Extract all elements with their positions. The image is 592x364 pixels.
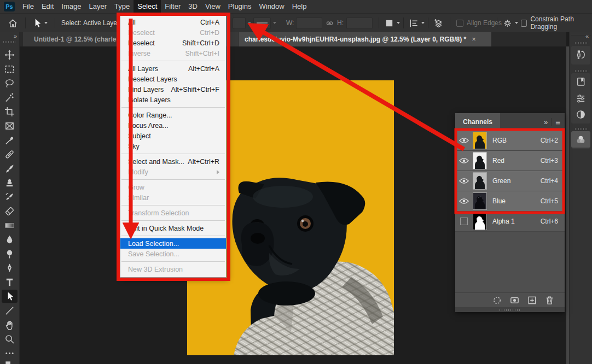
channel-row-red[interactable]: Red Ctrl+3	[455, 151, 565, 171]
menu-filter[interactable]: Filter	[161, 0, 184, 13]
menu-item-sky[interactable]: Sky	[120, 141, 226, 151]
menu-item-edit-in-quick-mask-mode[interactable]: Edit in Quick Mask Mode	[120, 223, 226, 233]
gear-icon[interactable]	[502, 14, 518, 32]
foreground-background-colors[interactable]	[2, 359, 18, 364]
toolbar-expand-icon[interactable]: »	[14, 33, 16, 39]
menu-window[interactable]: Window	[255, 0, 288, 13]
menu-item-isolate-layers[interactable]: Isolate Layers	[120, 95, 226, 105]
menu-item-all-layers[interactable]: All LayersAlt+Ctrl+A	[120, 63, 226, 74]
tool-hand[interactable]	[2, 318, 18, 331]
dock-grip-3[interactable]	[575, 128, 587, 130]
channel-thumbnail-rgb[interactable]	[473, 132, 487, 149]
menu-select[interactable]: Select	[134, 0, 161, 13]
channels-panel-icon[interactable]	[571, 131, 590, 148]
load-channel-selection-icon[interactable]	[492, 295, 502, 306]
menu-item-focus-area[interactable]: Focus Area...	[120, 120, 226, 131]
menu-item-all[interactable]: AllCtrl+A	[120, 17, 226, 27]
tool-spot-healing[interactable]	[2, 148, 18, 161]
menu-view[interactable]: View	[201, 0, 224, 13]
menu-layer[interactable]: Layer	[85, 0, 111, 13]
channel-thumbnail-red[interactable]	[473, 152, 487, 169]
save-selection-as-channel-icon[interactable]	[509, 295, 520, 306]
menu-item-find-layers[interactable]: Find LayersAlt+Shift+Ctrl+F	[120, 84, 226, 95]
tool-move[interactable]	[2, 48, 18, 61]
properties-panel-icon[interactable]	[571, 90, 590, 106]
channel-row-blue[interactable]: Blue Ctrl+5	[455, 191, 565, 212]
tool-frame[interactable]	[2, 119, 18, 132]
path-arrangement-icon[interactable]	[433, 14, 444, 32]
constrain-path-dragging-checkbox[interactable]: Constrain Path Dragging	[521, 14, 592, 32]
dock-collapse-icon[interactable]: «	[585, 33, 588, 39]
menu-type[interactable]: Type	[111, 0, 134, 13]
visibility-eye-icon[interactable]	[455, 198, 473, 204]
menu-item-deselect-layers[interactable]: Deselect Layers	[120, 74, 226, 84]
menu-image[interactable]: Image	[57, 0, 85, 13]
menu-item-subject[interactable]: Subject	[120, 131, 226, 141]
delete-channel-icon[interactable]	[544, 295, 555, 306]
home-icon[interactable]	[8, 14, 18, 32]
menu-item-reselect[interactable]: ReselectShift+Ctrl+D	[120, 38, 226, 48]
menu-item-modify: Modify	[120, 167, 226, 177]
channel-row-alpha[interactable]: Alpha 1 Ctrl+6	[455, 212, 565, 232]
width-input[interactable]	[296, 14, 322, 32]
tab-active-document[interactable]: charlesdeluvio-Mv9hjnEUHR4-unsplash.jpg …	[239, 32, 491, 46]
channel-thumbnail-alpha[interactable]	[473, 213, 487, 230]
path-operations-icon[interactable]	[384, 14, 400, 32]
link-dimensions-icon[interactable]	[325, 14, 334, 32]
menu-edit[interactable]: Edit	[38, 0, 57, 13]
visibility-checkbox[interactable]	[455, 218, 473, 225]
history-panel-icon[interactable]	[571, 46, 590, 62]
menu-item-select-and-mask[interactable]: Select and Mask...Alt+Ctrl+R	[120, 156, 226, 167]
tool-lasso[interactable]	[2, 77, 18, 90]
align-edges-checkbox[interactable]: Align Edges	[456, 14, 502, 32]
panel-menu-icon[interactable]: ≡	[555, 118, 560, 127]
tool-preset-icon[interactable]	[32, 14, 48, 32]
tool-eraser[interactable]	[2, 204, 18, 218]
channels-tab[interactable]: Channels	[455, 113, 500, 131]
tool-rectangular-marquee[interactable]	[2, 62, 18, 75]
tool-eyedropper[interactable]	[2, 133, 18, 146]
toolbar-grip[interactable]	[3, 41, 15, 43]
menu-item-color-range[interactable]: Color Range...	[120, 110, 226, 120]
tool-history-brush[interactable]	[2, 190, 18, 203]
tool-zoom[interactable]	[2, 332, 18, 345]
shape-mode-dropdown[interactable]	[233, 14, 251, 32]
tool-path-selection[interactable]	[2, 290, 18, 303]
channels-panel: Channels » ≡ RGB Ctrl+2 Red Ctrl+3	[455, 113, 565, 312]
dock-grip-2[interactable]	[575, 70, 587, 72]
dock-grip[interactable]	[575, 42, 587, 44]
tool-clone-stamp[interactable]	[2, 176, 18, 189]
tool-gradient[interactable]	[2, 219, 18, 232]
channel-thumbnail-green[interactable]	[473, 172, 487, 190]
tool-brush[interactable]	[2, 162, 18, 175]
tool-line[interactable]	[2, 304, 18, 317]
tool-crop[interactable]	[2, 105, 18, 118]
panel-expand-icon[interactable]: »	[544, 118, 547, 126]
panel-resize-grip[interactable]	[455, 307, 565, 312]
tool-type[interactable]	[2, 275, 18, 289]
height-input[interactable]	[346, 14, 373, 32]
tab-active-close-icon[interactable]: ×	[472, 35, 476, 43]
channel-row-rgb[interactable]: RGB Ctrl+2	[455, 131, 565, 151]
stroke-style-dropdown[interactable]	[253, 14, 276, 32]
menu-file[interactable]: File	[19, 0, 38, 13]
libraries-panel-icon[interactable]	[571, 73, 590, 90]
channel-thumbnail-blue[interactable]	[473, 192, 487, 210]
menu-3d[interactable]: 3D	[184, 0, 201, 13]
menu-help[interactable]: Help	[288, 0, 311, 13]
tool-more-tools[interactable]	[2, 347, 18, 360]
visibility-eye-icon[interactable]	[455, 157, 473, 164]
app-logo[interactable]: Ps	[4, 2, 15, 11]
visibility-eye-icon[interactable]	[455, 137, 473, 144]
adjustments-panel-icon[interactable]	[571, 106, 590, 122]
menu-plugins[interactable]: Plugins	[224, 0, 256, 13]
channel-row-green[interactable]: Green Ctrl+4	[455, 171, 565, 191]
tool-pen[interactable]	[2, 261, 18, 274]
tool-blur[interactable]	[2, 233, 18, 246]
visibility-eye-icon[interactable]	[455, 178, 473, 184]
path-alignment-icon[interactable]	[409, 14, 425, 32]
tool-object-selection[interactable]	[2, 91, 18, 104]
new-channel-icon[interactable]	[527, 295, 537, 306]
menu-item-load-selection[interactable]: Load Selection...	[120, 238, 226, 249]
tool-dodge[interactable]	[2, 247, 18, 260]
